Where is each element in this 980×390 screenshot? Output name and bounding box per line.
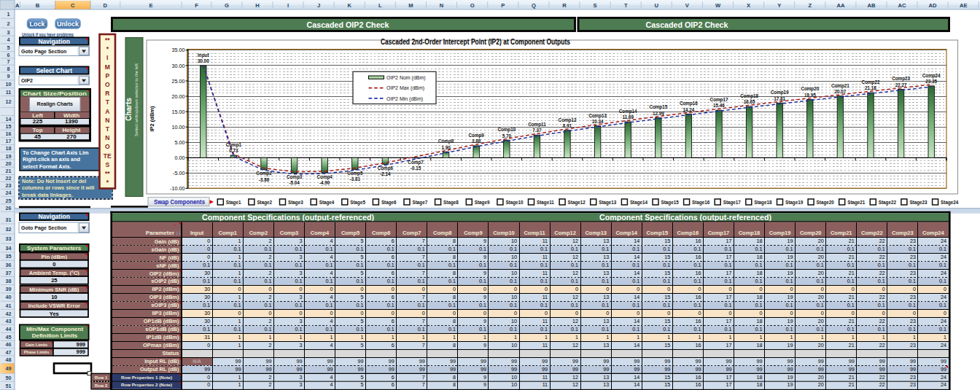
svg-text:18: 18 [757,374,763,381]
svg-text:0: 0 [575,286,578,292]
svg-text:13: 13 [603,294,609,300]
svg-text:0: 0 [913,286,916,292]
svg-text:39: 39 [6,286,12,292]
svg-text:17: 17 [726,270,732,276]
svg-text:0.1: 0.1 [479,326,486,332]
svg-text:13: 13 [603,238,609,244]
svg-text:AC: AC [898,2,906,9]
svg-text:21: 21 [849,374,855,381]
svg-text:Comp19: Comp19 [771,90,789,95]
svg-text:Comp15: Comp15 [647,230,669,236]
svg-text:8: 8 [453,254,456,260]
svg-text:8: 8 [453,294,456,300]
svg-text:-2.14: -2.14 [380,171,391,176]
svg-text:B: B [36,2,40,9]
svg-text:R: R [562,2,567,9]
svg-text:T: T [106,125,110,133]
svg-text:Pin (dBm): Pin (dBm) [42,254,68,260]
svg-text:30.00: 30.00 [172,63,185,69]
svg-text:23: 23 [910,270,916,276]
svg-text:0: 0 [514,310,517,316]
svg-text:Row Properties 2 (Note): Row Properties 2 (Note) [121,382,172,387]
svg-text:P: P [105,72,109,79]
svg-text:7: 7 [422,270,425,276]
svg-text:225: 225 [33,118,43,125]
svg-text:1: 1 [238,342,241,348]
svg-text:0.1: 0.1 [448,262,456,268]
svg-text:I: I [287,2,289,9]
svg-text:0.1: 0.1 [510,246,517,252]
svg-text:0.1: 0.1 [786,302,793,308]
svg-text:Charts: Charts [125,98,133,121]
svg-text:3: 3 [300,318,303,324]
svg-text:-3.86: -3.86 [259,177,270,182]
svg-text:1: 1 [238,334,241,340]
svg-text:OP1dB (dBm): OP1dB (dBm) [144,318,179,324]
svg-text:0.1: 0.1 [264,278,271,284]
svg-text:0.1: 0.1 [909,262,916,268]
svg-text:15.00: 15.00 [172,109,185,115]
svg-text:Comp20: Comp20 [801,86,819,92]
svg-text:21: 21 [849,294,855,300]
svg-text:0.1: 0.1 [326,262,333,268]
svg-text:5: 5 [361,318,364,324]
svg-text:Comp8: Comp8 [438,139,454,144]
svg-text:20: 20 [818,318,824,324]
svg-text:0.1: 0.1 [693,302,701,308]
svg-text:13: 13 [603,381,609,388]
svg-text:Comp2: Comp2 [249,230,268,236]
svg-text:18: 18 [757,318,763,324]
svg-text:Status: Status [163,350,179,356]
svg-text:0.1: 0.1 [755,278,763,284]
svg-text:0.1: 0.1 [448,326,456,332]
svg-text:17: 17 [726,254,732,260]
svg-text:4: 4 [330,342,333,348]
svg-text:17: 17 [726,374,732,381]
svg-text:0: 0 [392,286,394,292]
svg-text:0.1: 0.1 [264,246,271,252]
svg-text:0: 0 [790,286,793,292]
svg-text:2: 2 [268,270,271,276]
svg-text:OIP2 Min (dBm): OIP2 Min (dBm) [386,96,423,102]
svg-text:99: 99 [910,358,916,364]
svg-text:0.1: 0.1 [387,302,394,308]
svg-text:0.1: 0.1 [939,246,946,252]
svg-text:Cascaded OIP2 Check: Cascaded OIP2 Check [307,20,390,29]
svg-text:Comp13: Comp13 [588,113,607,119]
svg-text:14.24: 14.24 [683,107,695,112]
svg-text:0.1: 0.1 [233,262,241,268]
svg-text:99: 99 [941,358,946,364]
svg-text:99: 99 [695,366,701,373]
svg-text:4: 4 [330,318,333,324]
svg-text:0: 0 [483,310,486,316]
svg-text:Stage12: Stage12 [568,200,586,206]
svg-text:6: 6 [392,318,394,324]
svg-text:0: 0 [821,310,824,316]
svg-text:Stage10: Stage10 [505,200,524,206]
svg-text:sOIP2 (dB): sOIP2 (dB) [151,278,179,284]
svg-text:0: 0 [207,374,210,381]
svg-text:1: 1 [422,334,425,340]
svg-text:-3.81: -3.81 [350,176,361,182]
svg-text:0.1: 0.1 [571,326,578,332]
svg-text:Ambient Temp. (°C): Ambient Temp. (°C) [29,270,80,276]
svg-text:5.70: 5.70 [502,133,512,139]
svg-text:0.1: 0.1 [602,326,609,332]
svg-text:12: 12 [572,318,578,324]
svg-text:15: 15 [664,374,670,381]
svg-text:0.1: 0.1 [357,302,364,308]
svg-text:Comp22: Comp22 [862,79,880,85]
svg-text:0.1: 0.1 [357,326,364,332]
svg-text:Comp4: Comp4 [317,174,333,180]
svg-text:0.1: 0.1 [540,262,548,268]
svg-text:Cascaded OIP2 Check: Cascaded OIP2 Check [646,20,729,29]
svg-text:30: 30 [204,310,210,316]
svg-text:N/A: N/A [192,359,201,364]
svg-text:0.1: 0.1 [264,262,271,268]
svg-text:5: 5 [361,270,364,276]
svg-text:Y: Y [777,2,781,9]
svg-text:22: 22 [879,381,885,388]
svg-text:0.1: 0.1 [632,246,639,252]
svg-text:7: 7 [422,254,425,260]
svg-text:Gain (dB): Gain (dB) [155,238,179,245]
